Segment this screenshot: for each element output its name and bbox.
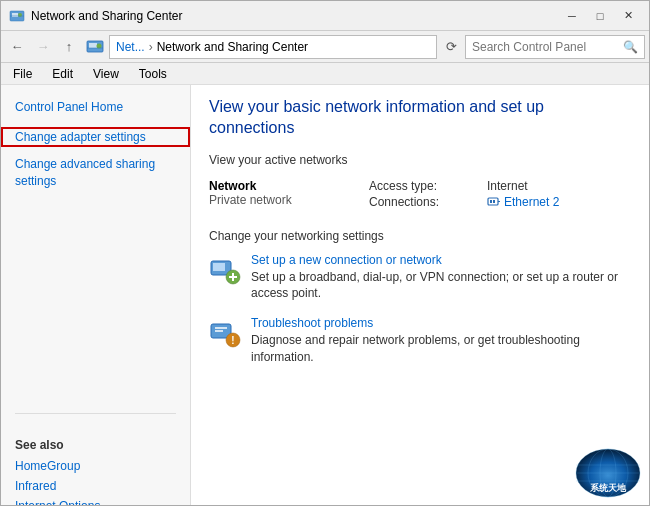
control-panel-home-link[interactable]: Control Panel Home bbox=[1, 97, 190, 117]
svg-rect-9 bbox=[490, 200, 492, 203]
watermark: 系统天地 bbox=[572, 447, 644, 502]
svg-rect-1 bbox=[12, 13, 18, 17]
minimize-button[interactable]: ─ bbox=[559, 6, 585, 26]
homegroup-link[interactable]: HomeGroup bbox=[1, 456, 190, 476]
maximize-button[interactable]: □ bbox=[587, 6, 613, 26]
menu-view[interactable]: View bbox=[89, 65, 123, 83]
up-button[interactable]: ↑ bbox=[57, 35, 81, 59]
search-input[interactable] bbox=[472, 40, 623, 54]
path-separator: › bbox=[149, 40, 153, 54]
sidebar: Control Panel Home Change adapter settin… bbox=[1, 85, 191, 506]
menu-file[interactable]: File bbox=[9, 65, 36, 83]
connections-label: Connections: bbox=[369, 195, 479, 209]
network-type: Private network bbox=[209, 193, 369, 207]
infrared-link[interactable]: Infrared bbox=[1, 476, 190, 496]
troubleshoot-icon: ! bbox=[209, 318, 241, 350]
active-networks-label: View your active networks bbox=[209, 153, 631, 167]
window-icon bbox=[9, 8, 25, 24]
main-layout: Control Panel Home Change adapter settin… bbox=[1, 85, 649, 506]
svg-point-2 bbox=[18, 13, 22, 17]
new-connection-link[interactable]: Set up a new connection or network bbox=[251, 253, 631, 267]
path-short: Net... bbox=[116, 40, 145, 54]
ethernet-icon bbox=[487, 196, 501, 208]
see-also-title: See also bbox=[1, 422, 190, 456]
search-box: 🔍 bbox=[465, 35, 645, 59]
troubleshoot-link[interactable]: Troubleshoot problems bbox=[251, 316, 631, 330]
forward-button[interactable]: → bbox=[31, 35, 55, 59]
change-settings-label: Change your networking settings bbox=[209, 229, 631, 243]
access-type-value: Internet bbox=[487, 179, 528, 193]
network-table: Network Private network Access type: Int… bbox=[209, 177, 631, 211]
content-area: View your basic network information and … bbox=[191, 85, 649, 506]
access-type-label: Access type: bbox=[369, 179, 479, 193]
internet-options-link[interactable]: Internet Options bbox=[1, 496, 190, 506]
new-connection-desc: Set up a broadband, dial-up, or VPN conn… bbox=[251, 269, 631, 303]
table-row: Network Private network Access type: Int… bbox=[209, 177, 631, 211]
close-button[interactable]: ✕ bbox=[615, 6, 641, 26]
ethernet-link[interactable]: Ethernet 2 bbox=[504, 195, 559, 209]
back-button[interactable]: ← bbox=[5, 35, 29, 59]
sidebar-divider bbox=[15, 413, 176, 414]
svg-rect-10 bbox=[493, 200, 495, 203]
title-bar: Network and Sharing Center ─ □ ✕ bbox=[1, 1, 649, 31]
refresh-button[interactable]: ⟳ bbox=[439, 35, 463, 59]
menu-tools[interactable]: Tools bbox=[135, 65, 171, 83]
page-title: View your basic network information and … bbox=[209, 97, 631, 139]
menu-bar: File Edit View Tools bbox=[1, 63, 649, 85]
change-settings-section: Change your networking settings Set up a… bbox=[209, 229, 631, 366]
network-icon bbox=[85, 37, 105, 57]
change-advanced-sharing-link[interactable]: Change advanced sharingsettings bbox=[1, 153, 190, 193]
troubleshoot-item: ! Troubleshoot problems Diagnose and rep… bbox=[209, 316, 631, 366]
new-connection-content: Set up a new connection or network Set u… bbox=[251, 253, 631, 303]
troubleshoot-desc: Diagnose and repair network problems, or… bbox=[251, 332, 631, 366]
svg-text:系统天地: 系统天地 bbox=[589, 483, 627, 493]
search-button[interactable]: 🔍 bbox=[623, 40, 638, 54]
window-controls: ─ □ ✕ bbox=[559, 6, 641, 26]
change-adapter-settings-link[interactable]: Change adapter settings bbox=[1, 127, 190, 147]
menu-edit[interactable]: Edit bbox=[48, 65, 77, 83]
network-name: Network bbox=[209, 179, 369, 193]
new-connection-icon bbox=[209, 255, 241, 287]
new-connection-item: Set up a new connection or network Set u… bbox=[209, 253, 631, 303]
svg-rect-13 bbox=[213, 263, 225, 271]
path-current: Network and Sharing Center bbox=[157, 40, 308, 54]
address-path[interactable]: Net... › Network and Sharing Center bbox=[109, 35, 437, 59]
window-title: Network and Sharing Center bbox=[31, 9, 559, 23]
svg-text:!: ! bbox=[231, 335, 234, 346]
svg-rect-5 bbox=[89, 43, 97, 48]
address-bar: ← → ↑ Net... › Network and Sharing Cente… bbox=[1, 31, 649, 63]
watermark-globe: 系统天地 bbox=[572, 447, 644, 499]
troubleshoot-content: Troubleshoot problems Diagnose and repai… bbox=[251, 316, 631, 366]
